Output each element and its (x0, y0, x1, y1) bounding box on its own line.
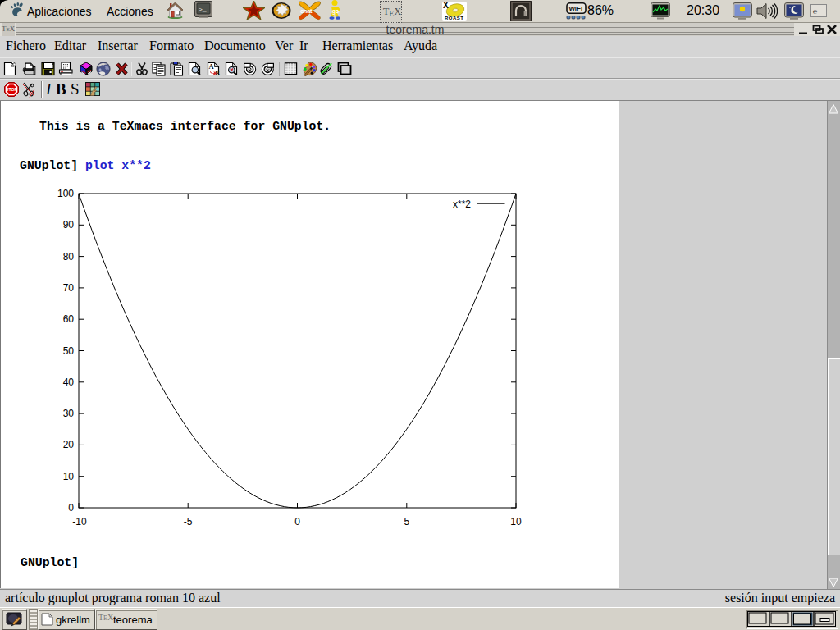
svg-text:X: X (443, 2, 449, 10)
svg-text:0: 0 (294, 516, 300, 527)
svg-text:100: 100 (57, 188, 74, 199)
svg-text:80: 80 (63, 251, 75, 262)
svg-text:>_: >_ (199, 6, 207, 13)
svg-text:30: 30 (63, 408, 75, 419)
svg-text:10: 10 (510, 516, 522, 527)
svg-text:℮: ℮ (813, 7, 817, 16)
svg-text:WiFi: WiFi (568, 5, 582, 12)
svg-text:70: 70 (63, 282, 75, 294)
svg-text:10: 10 (63, 471, 75, 482)
svg-text:-10: -10 (72, 516, 87, 527)
svg-text:60: 60 (63, 313, 75, 325)
svg-text:40: 40 (63, 377, 75, 388)
svg-text:ROAST: ROAST (445, 16, 464, 21)
svg-text:5: 5 (404, 516, 409, 527)
svg-text:0: 0 (68, 502, 74, 514)
svg-text:x**2: x**2 (453, 199, 471, 210)
svg-text:chat: chat (300, 7, 313, 15)
svg-text:90: 90 (63, 219, 75, 231)
svg-text:-5: -5 (184, 516, 193, 527)
svg-text:20: 20 (63, 439, 75, 450)
svg-text:50: 50 (63, 345, 75, 357)
svg-text:go: go (332, 8, 339, 15)
svg-text:A: A (209, 62, 215, 71)
svg-text:B: B (215, 69, 220, 77)
svg-text:STOP: STOP (6, 87, 18, 92)
